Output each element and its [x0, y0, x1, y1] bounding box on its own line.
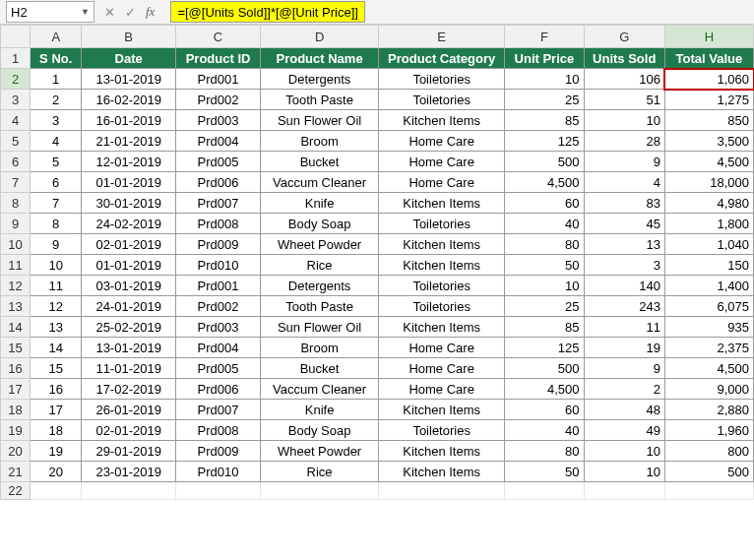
data-cell-A3[interactable]: 2 — [31, 90, 82, 110]
data-cell-H6[interactable]: 4,500 — [664, 152, 753, 172]
data-cell-G21[interactable]: 10 — [584, 462, 664, 482]
data-cell-C17[interactable]: Prd006 — [175, 379, 260, 400]
header-cell-H[interactable]: Total Value — [664, 48, 753, 69]
data-cell-E17[interactable]: Home Care — [379, 379, 505, 400]
data-cell-D3[interactable]: Tooth Paste — [261, 90, 379, 110]
data-cell-A16[interactable]: 15 — [31, 358, 82, 379]
blank-cell-B22[interactable] — [82, 482, 176, 500]
dropdown-icon[interactable]: ▼ — [81, 7, 90, 17]
row-header-21[interactable]: 21 — [1, 462, 31, 482]
header-cell-D[interactable]: Product Name — [261, 48, 379, 69]
column-header-H[interactable]: H — [664, 26, 753, 48]
data-cell-F17[interactable]: 4,500 — [505, 379, 584, 400]
header-cell-A[interactable]: S No. — [31, 48, 82, 69]
data-cell-F9[interactable]: 40 — [505, 214, 584, 234]
data-cell-A11[interactable]: 10 — [31, 255, 82, 276]
data-cell-H19[interactable]: 1,960 — [664, 420, 753, 441]
blank-cell-C22[interactable] — [175, 482, 260, 500]
data-cell-F18[interactable]: 60 — [505, 400, 584, 420]
data-cell-C12[interactable]: Prd001 — [175, 276, 260, 296]
data-cell-D6[interactable]: Bucket — [261, 152, 379, 172]
data-cell-B17[interactable]: 17-02-2019 — [82, 379, 176, 400]
data-cell-B8[interactable]: 30-01-2019 — [82, 193, 176, 214]
data-cell-C16[interactable]: Prd005 — [175, 358, 260, 379]
data-cell-C20[interactable]: Prd009 — [175, 441, 260, 462]
data-cell-E2[interactable]: Toiletories — [379, 69, 505, 90]
row-header-13[interactable]: 13 — [1, 296, 31, 317]
spreadsheet-grid[interactable]: ABCDEFGH1S No.DateProduct IDProduct Name… — [0, 25, 754, 500]
data-cell-A20[interactable]: 19 — [31, 441, 82, 462]
data-cell-F12[interactable]: 10 — [505, 276, 584, 296]
data-cell-A7[interactable]: 6 — [31, 172, 82, 193]
data-cell-B3[interactable]: 16-02-2019 — [82, 90, 176, 110]
data-cell-H4[interactable]: 850 — [664, 110, 753, 131]
row-header-4[interactable]: 4 — [1, 110, 31, 131]
data-cell-D17[interactable]: Vaccum Cleaner — [261, 379, 379, 400]
data-cell-G17[interactable]: 2 — [584, 379, 664, 400]
data-cell-A14[interactable]: 13 — [31, 317, 82, 338]
row-header-9[interactable]: 9 — [1, 214, 31, 234]
data-cell-E11[interactable]: Kitchen Items — [379, 255, 505, 276]
header-cell-B[interactable]: Date — [82, 48, 176, 69]
data-cell-B2[interactable]: 13-01-2019 — [82, 69, 176, 90]
data-cell-H12[interactable]: 1,400 — [664, 276, 753, 296]
data-cell-E14[interactable]: Kitchen Items — [379, 317, 505, 338]
data-cell-C7[interactable]: Prd006 — [175, 172, 260, 193]
data-cell-E20[interactable]: Kitchen Items — [379, 441, 505, 462]
data-cell-H21[interactable]: 500 — [664, 462, 753, 482]
data-cell-F20[interactable]: 80 — [505, 441, 584, 462]
data-cell-A12[interactable]: 11 — [31, 276, 82, 296]
data-cell-F10[interactable]: 80 — [505, 234, 584, 255]
data-cell-G2[interactable]: 106 — [584, 69, 664, 90]
blank-cell-F22[interactable] — [505, 482, 584, 500]
data-cell-A8[interactable]: 7 — [31, 193, 82, 214]
blank-cell-D22[interactable] — [261, 482, 379, 500]
data-cell-E7[interactable]: Home Care — [379, 172, 505, 193]
data-cell-H16[interactable]: 4,500 — [664, 358, 753, 379]
data-cell-G5[interactable]: 28 — [584, 131, 664, 152]
data-cell-G9[interactable]: 45 — [584, 214, 664, 234]
data-cell-H9[interactable]: 1,800 — [664, 214, 753, 234]
row-header-1[interactable]: 1 — [1, 48, 31, 69]
column-header-F[interactable]: F — [505, 26, 584, 48]
data-cell-C18[interactable]: Prd007 — [175, 400, 260, 420]
data-cell-B14[interactable]: 25-02-2019 — [82, 317, 176, 338]
data-cell-F3[interactable]: 25 — [505, 90, 584, 110]
data-cell-D20[interactable]: Wheet Powder — [261, 441, 379, 462]
blank-cell-G22[interactable] — [584, 482, 664, 500]
data-cell-D4[interactable]: Sun Flower Oil — [261, 110, 379, 131]
row-header-22[interactable]: 22 — [1, 482, 31, 500]
data-cell-G19[interactable]: 49 — [584, 420, 664, 441]
formula-bar[interactable]: =[@[Units Sold]]*[@[Unit Price]] — [170, 1, 365, 23]
row-header-20[interactable]: 20 — [1, 441, 31, 462]
data-cell-G13[interactable]: 243 — [584, 296, 664, 317]
row-header-14[interactable]: 14 — [1, 317, 31, 338]
data-cell-F2[interactable]: 10 — [505, 69, 584, 90]
data-cell-F13[interactable]: 25 — [505, 296, 584, 317]
data-cell-H3[interactable]: 1,275 — [664, 90, 753, 110]
data-cell-C9[interactable]: Prd008 — [175, 214, 260, 234]
data-cell-H5[interactable]: 3,500 — [664, 131, 753, 152]
data-cell-B11[interactable]: 01-01-2019 — [82, 255, 176, 276]
blank-cell-E22[interactable] — [379, 482, 505, 500]
data-cell-D2[interactable]: Detergents — [261, 69, 379, 90]
data-cell-B20[interactable]: 29-01-2019 — [82, 441, 176, 462]
column-header-E[interactable]: E — [379, 26, 505, 48]
data-cell-E9[interactable]: Toiletories — [379, 214, 505, 234]
data-cell-C10[interactable]: Prd009 — [175, 234, 260, 255]
data-cell-A13[interactable]: 12 — [31, 296, 82, 317]
data-cell-C21[interactable]: Prd010 — [175, 462, 260, 482]
row-header-2[interactable]: 2 — [1, 69, 31, 90]
data-cell-C14[interactable]: Prd003 — [175, 317, 260, 338]
row-header-8[interactable]: 8 — [1, 193, 31, 214]
data-cell-E13[interactable]: Toiletories — [379, 296, 505, 317]
column-header-B[interactable]: B — [82, 26, 176, 48]
data-cell-H8[interactable]: 4,980 — [664, 193, 753, 214]
data-cell-C3[interactable]: Prd002 — [175, 90, 260, 110]
data-cell-F15[interactable]: 125 — [505, 338, 584, 358]
data-cell-D7[interactable]: Vaccum Cleaner — [261, 172, 379, 193]
cancel-icon[interactable]: ✕ — [104, 5, 115, 20]
data-cell-C5[interactable]: Prd004 — [175, 131, 260, 152]
data-cell-F19[interactable]: 40 — [505, 420, 584, 441]
fx-icon[interactable]: fx — [146, 4, 160, 20]
